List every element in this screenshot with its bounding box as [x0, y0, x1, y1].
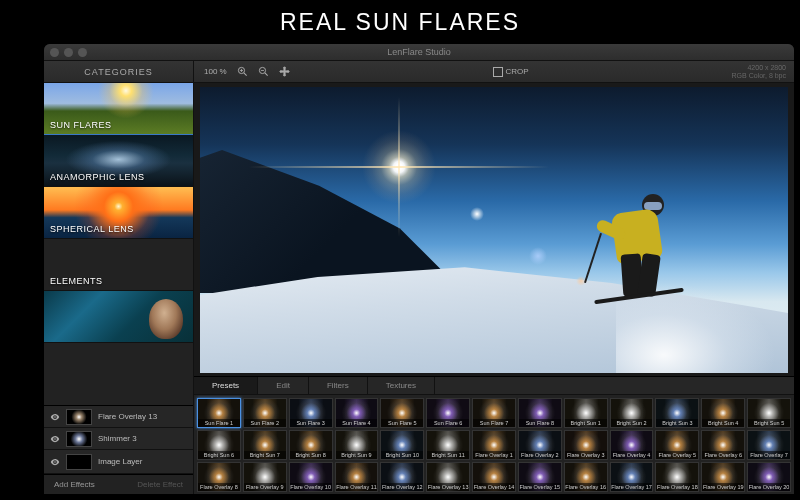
preset-label: Bright Sun 4 [702, 419, 744, 427]
preset-item[interactable]: Flare Overlay 20 [747, 462, 791, 492]
svg-point-8 [54, 438, 56, 440]
preset-label: Sun Flare 4 [336, 419, 378, 427]
preset-item[interactable]: Flare Overlay 3 [564, 430, 608, 460]
preset-item[interactable]: Sun Flare 6 [426, 398, 470, 428]
preset-item[interactable]: Flare Overlay 9 [243, 462, 287, 492]
preset-item[interactable]: Flare Overlay 2 [518, 430, 562, 460]
layer-label: Image Layer [98, 457, 142, 466]
image-info: 4200 x 2800 RGB Color, 8 bpc [732, 64, 794, 79]
layer-label: Shimmer 3 [98, 434, 137, 443]
page-heading: REAL SUN FLARES [0, 0, 800, 40]
preset-item[interactable]: Sun Flare 5 [380, 398, 424, 428]
preset-item[interactable]: Flare Overlay 5 [655, 430, 699, 460]
preset-item[interactable]: Flare Overlay 6 [701, 430, 745, 460]
preset-item[interactable]: Bright Sun 4 [701, 398, 745, 428]
preset-item[interactable]: Bright Sun 10 [380, 430, 424, 460]
preset-label: Flare Overlay 8 [198, 483, 240, 491]
preset-grid: Sun Flare 1Sun Flare 2Sun Flare 3Sun Fla… [194, 395, 794, 494]
preset-label: Flare Overlay 16 [565, 483, 607, 491]
preset-label: Flare Overlay 20 [748, 483, 790, 491]
preset-item[interactable]: Sun Flare 1 [197, 398, 241, 428]
layer-row[interactable]: Shimmer 3 [44, 428, 193, 450]
zoom-in-icon[interactable] [237, 66, 248, 77]
preset-label: Sun Flare 8 [519, 419, 561, 427]
tab-filters[interactable]: Filters [309, 377, 368, 394]
layer-thumb [66, 431, 92, 447]
zoom-value[interactable]: 100 % [204, 67, 227, 76]
preset-item[interactable]: Bright Sun 6 [197, 430, 241, 460]
visibility-icon[interactable] [50, 434, 60, 444]
move-tool-icon[interactable] [279, 66, 290, 77]
preset-item[interactable]: Flare Overlay 12 [380, 462, 424, 492]
preset-label: Flare Overlay 13 [427, 483, 469, 491]
preset-item[interactable]: Flare Overlay 11 [335, 462, 379, 492]
category-item[interactable] [44, 291, 193, 343]
delete-effect-button[interactable]: Delete Effect [137, 480, 183, 489]
preset-label: Flare Overlay 11 [336, 483, 378, 491]
add-effects-button[interactable]: Add Effects [54, 480, 95, 489]
layer-buttons-bar: Add Effects Delete Effect [44, 474, 193, 494]
preset-item[interactable]: Flare Overlay 18 [655, 462, 699, 492]
preset-item[interactable]: Flare Overlay 19 [701, 462, 745, 492]
category-label: SPHERICAL LENS [50, 224, 134, 234]
preset-item[interactable]: Bright Sun 3 [655, 398, 699, 428]
preset-item[interactable]: Sun Flare 4 [335, 398, 379, 428]
preset-label: Sun Flare 7 [473, 419, 515, 427]
preset-label: Flare Overlay 7 [748, 451, 790, 459]
preset-label: Flare Overlay 17 [611, 483, 653, 491]
preset-item[interactable]: Flare Overlay 7 [747, 430, 791, 460]
preset-label: Bright Sun 3 [656, 419, 698, 427]
preset-item[interactable]: Bright Sun 2 [610, 398, 654, 428]
preset-item[interactable]: Bright Sun 9 [335, 430, 379, 460]
category-item[interactable]: SUN FLARES [44, 83, 193, 135]
image-dimensions: 4200 x 2800 [732, 64, 786, 72]
preset-label: Flare Overlay 14 [473, 483, 515, 491]
preset-label: Bright Sun 2 [611, 419, 653, 427]
tab-presets[interactable]: Presets [194, 377, 258, 394]
tab-textures[interactable]: Textures [368, 377, 435, 394]
preset-item[interactable]: Sun Flare 7 [472, 398, 516, 428]
category-item[interactable]: ELEMENTS [44, 239, 193, 291]
canvas-subject-skier [584, 176, 694, 316]
preset-label: Flare Overlay 4 [611, 451, 653, 459]
preset-item[interactable]: Bright Sun 1 [564, 398, 608, 428]
visibility-icon[interactable] [50, 457, 60, 467]
preset-item[interactable]: Flare Overlay 15 [518, 462, 562, 492]
preset-label: Flare Overlay 5 [656, 451, 698, 459]
preset-item[interactable]: Flare Overlay 8 [197, 462, 241, 492]
canvas-viewport[interactable] [200, 87, 788, 373]
preset-item[interactable]: Flare Overlay 17 [610, 462, 654, 492]
preset-item[interactable]: Bright Sun 7 [243, 430, 287, 460]
category-item[interactable]: ANAMORPHIC LENS [44, 135, 193, 187]
category-item[interactable]: SPHERICAL LENS [44, 187, 193, 239]
image-colormode: RGB Color, 8 bpc [732, 72, 786, 80]
crop-icon [493, 67, 503, 77]
layer-row[interactable]: Flare Overlay 13 [44, 406, 193, 428]
preset-item[interactable]: Sun Flare 8 [518, 398, 562, 428]
zoom-out-icon[interactable] [258, 66, 269, 77]
preset-item[interactable]: Bright Sun 5 [747, 398, 791, 428]
visibility-icon[interactable] [50, 412, 60, 422]
category-label: ANAMORPHIC LENS [50, 172, 145, 182]
preset-label: Flare Overlay 1 [473, 451, 515, 459]
preset-item[interactable]: Sun Flare 2 [243, 398, 287, 428]
crop-button[interactable]: CROP [493, 67, 529, 77]
crop-label: CROP [506, 67, 529, 76]
preset-item[interactable]: Bright Sun 8 [289, 430, 333, 460]
svg-line-5 [265, 73, 268, 76]
category-label: ELEMENTS [50, 276, 103, 286]
layer-thumb [66, 409, 92, 425]
layer-row[interactable]: Image Layer [44, 450, 193, 474]
preset-item[interactable]: Flare Overlay 13 [426, 462, 470, 492]
preset-item[interactable]: Flare Overlay 14 [472, 462, 516, 492]
preset-item[interactable]: Sun Flare 3 [289, 398, 333, 428]
preset-label: Sun Flare 5 [381, 419, 423, 427]
preset-label: Flare Overlay 19 [702, 483, 744, 491]
preset-item[interactable]: Flare Overlay 1 [472, 430, 516, 460]
preset-item[interactable]: Flare Overlay 10 [289, 462, 333, 492]
preset-item[interactable]: Flare Overlay 4 [610, 430, 654, 460]
preset-item[interactable]: Flare Overlay 16 [564, 462, 608, 492]
preset-item[interactable]: Bright Sun 11 [426, 430, 470, 460]
tab-edit[interactable]: Edit [258, 377, 309, 394]
app-window: LenFlare Studio CATEGORIES 100 % CROP 42… [44, 44, 794, 494]
